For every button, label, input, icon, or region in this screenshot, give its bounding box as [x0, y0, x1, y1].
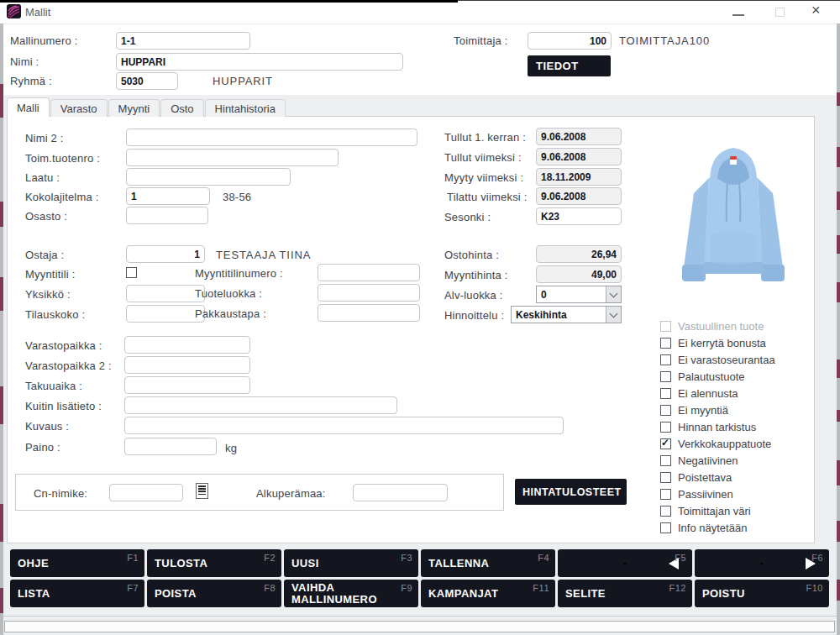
- lista-button[interactable]: LISTAF7: [10, 580, 144, 607]
- tilauskoko-input[interactable]: [126, 305, 205, 323]
- cn-nimike-input[interactable]: [109, 484, 183, 501]
- poistu-button[interactable]: POISTUF10: [695, 580, 829, 607]
- function-button-grid: OHJEF1 TULOSTAF2 UUSIF3 TALLENNAF4 -F5 -…: [10, 549, 829, 607]
- myyntihinta-label: Myyntihinta :: [444, 269, 508, 281]
- ryhma-input[interactable]: [116, 72, 178, 90]
- toim-tuotenro-input[interactable]: [126, 149, 339, 166]
- myyty-viimeksi-label: Myyty viimeksi :: [444, 171, 523, 184]
- tab-hintahistoria[interactable]: Hintahistoria: [205, 99, 286, 117]
- previous-button[interactable]: -F5: [558, 549, 692, 577]
- kampanjat-button[interactable]: KAMPANJATF11: [421, 580, 555, 607]
- flag-ei-kerryta-bonusta[interactable]: Ei kerrytä bonusta: [660, 336, 766, 349]
- nimi-input[interactable]: [116, 53, 403, 71]
- flag-toimittajan-vari[interactable]: Toimittajan väri: [660, 504, 751, 517]
- toimittaja-input[interactable]: [528, 32, 612, 50]
- ostohinta-label: Ostohinta :: [444, 249, 499, 261]
- tilattu-viimeksi-label: Tilattu viimeksi :: [447, 191, 528, 203]
- flag-palautustuote[interactable]: Palautustuote: [660, 370, 745, 383]
- tab-myynti[interactable]: Myynti: [108, 99, 160, 117]
- flag-hinnan-tarkistus[interactable]: Hinnan tarkistus: [660, 420, 756, 433]
- varastopaikka-label: Varastopaikka :: [25, 339, 102, 352]
- sesonki-input[interactable]: [536, 207, 622, 225]
- chevron-down-icon[interactable]: [606, 307, 621, 323]
- flag-info-naytetaan[interactable]: Info näytetään: [660, 521, 747, 534]
- status-bar: [4, 621, 835, 632]
- mallinumero-input[interactable]: [116, 32, 250, 50]
- flag-poistettava[interactable]: Poistettava: [660, 470, 732, 484]
- tullut1-label: Tullut 1. kerran :: [444, 131, 526, 144]
- vaihda-mallinumero-button[interactable]: VAIHDA MALLINUMEROF9: [284, 580, 418, 607]
- tullut-viimeksi-input[interactable]: [536, 148, 622, 165]
- paino-label: Paino :: [25, 441, 60, 454]
- flag-ei-alennusta[interactable]: Ei alennusta: [660, 386, 738, 400]
- tab-varasto[interactable]: Varasto: [50, 99, 108, 117]
- tilauskoko-label: Tilauskoko :: [25, 308, 85, 321]
- myyntitilinumero-input[interactable]: [318, 264, 420, 281]
- flag-negatiivinen[interactable]: Negatiivinen: [660, 454, 738, 467]
- ryhma-label: Ryhmä :: [10, 75, 52, 87]
- chevron-down-icon[interactable]: [606, 286, 621, 302]
- takuuaika-input[interactable]: [124, 376, 250, 394]
- yksikko-input[interactable]: [126, 285, 205, 302]
- pakkaustapa-input[interactable]: [318, 304, 420, 322]
- toimittaja-name-text: TOIMITTAJA100: [619, 34, 710, 47]
- myyntitilinumero-label: Myyntitilinumero :: [195, 267, 283, 280]
- tallenna-button[interactable]: TALLENNAF4: [421, 549, 555, 577]
- uusi-button[interactable]: UUSIF3: [284, 549, 418, 577]
- kokolajitelma-input[interactable]: [126, 187, 210, 205]
- varastopaikka2-input[interactable]: [124, 356, 250, 374]
- maximize-icon[interactable]: [775, 8, 785, 17]
- paino-input[interactable]: [124, 438, 217, 455]
- flag-ei-myyntia[interactable]: Ei myyntiä: [660, 403, 728, 417]
- sesonki-label: Sesonki :: [444, 211, 491, 223]
- product-image-hoodie: [670, 134, 796, 294]
- kuvaus-input[interactable]: [124, 417, 564, 434]
- alv-luokka-label: Alv-luokka :: [444, 289, 503, 302]
- flag-passiivinen[interactable]: Passiivinen: [660, 487, 733, 501]
- tiedot-button[interactable]: TIEDOT: [528, 55, 611, 76]
- hintatulosteet-button[interactable]: HINTATULOSTEET: [515, 479, 627, 505]
- laatu-input[interactable]: [126, 168, 291, 186]
- alkuperamaa-input[interactable]: [353, 484, 448, 501]
- tullut1-input[interactable]: [536, 128, 622, 145]
- cn-lookup-list-icon[interactable]: [196, 483, 208, 499]
- minimize-icon[interactable]: [732, 14, 744, 16]
- ostaja-label: Ostaja :: [25, 249, 64, 261]
- window-title: Mallit: [25, 6, 50, 18]
- ohje-button[interactable]: OHJEF1: [10, 549, 144, 577]
- myyntitili-checkbox[interactable]: [126, 267, 137, 278]
- kuitin-lisatieto-input[interactable]: [124, 396, 397, 414]
- myyty-viimeksi-input[interactable]: [536, 168, 622, 186]
- tulosta-button[interactable]: TULOSTAF2: [147, 549, 281, 577]
- kokolajitelma-range-text: 38-56: [223, 191, 251, 203]
- tullut-viimeksi-label: Tullut viimeksi :: [444, 151, 522, 164]
- ostaja-input[interactable]: [126, 245, 205, 263]
- ostaja-name-text: TESTAAJA TIINA: [216, 249, 311, 261]
- pakkaustapa-label: Pakkaustapa :: [195, 307, 266, 320]
- close-icon[interactable]: ×: [811, 2, 821, 19]
- hinnoittelu-select[interactable]: Keskihinta: [511, 306, 622, 323]
- bottom-divider: [0, 616, 840, 617]
- selite-button[interactable]: SELITEF12: [558, 580, 692, 607]
- tilattu-viimeksi-input[interactable]: [536, 187, 622, 205]
- alv-luokka-select[interactable]: 0: [536, 286, 622, 303]
- flag-ei-varastoseurantaa[interactable]: Ei varastoseurantaa: [660, 353, 775, 366]
- nimi2-label: Nimi 2 :: [25, 132, 64, 144]
- nimi2-input[interactable]: [126, 129, 417, 146]
- poista-button[interactable]: POISTAF8: [147, 580, 281, 607]
- ostohinta-input[interactable]: [536, 245, 622, 263]
- myyntihinta-input[interactable]: [536, 265, 622, 283]
- app-logo-icon: [7, 4, 21, 18]
- flag-vastuullinen-tuote[interactable]: Vastuullinen tuote: [660, 319, 764, 333]
- varastopaikka-input[interactable]: [124, 336, 250, 354]
- tab-strip: Malli Varasto Myynti Osto Hintahistoria: [7, 97, 286, 117]
- next-button[interactable]: -F6: [695, 549, 829, 577]
- flag-verkkokauppatuote[interactable]: Verkkokauppatuote: [660, 437, 771, 450]
- toimittaja-label: Toimittaja :: [454, 34, 508, 47]
- osasto-input[interactable]: [126, 207, 208, 224]
- tab-malli[interactable]: Malli: [7, 97, 50, 117]
- tab-osto[interactable]: Osto: [160, 99, 203, 117]
- tuoteluokka-input[interactable]: [318, 284, 420, 302]
- paino-unit-text: kg: [225, 442, 237, 454]
- toim-tuotenro-label: Toim.tuotenro :: [25, 152, 100, 165]
